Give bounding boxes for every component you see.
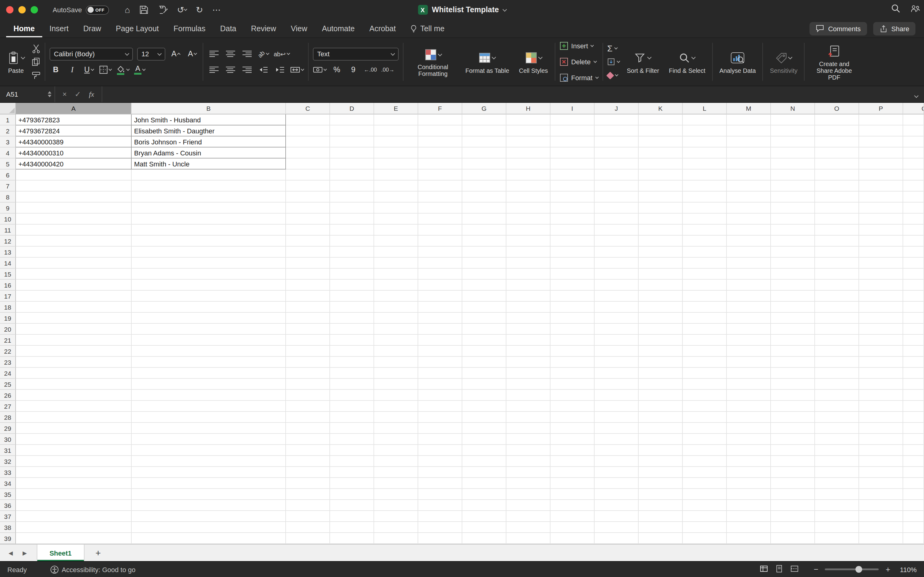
bold-button[interactable]: B <box>50 63 62 76</box>
cell-F36[interactable] <box>418 500 462 511</box>
cell-N5[interactable] <box>771 158 815 169</box>
cell-F22[interactable] <box>418 346 462 357</box>
cell-O33[interactable] <box>815 467 859 478</box>
cell-F12[interactable] <box>418 235 462 247</box>
cell-C20[interactable] <box>286 324 330 335</box>
cell-G19[interactable] <box>462 313 506 324</box>
cell-J16[interactable] <box>594 280 639 291</box>
cell-F4[interactable] <box>418 147 462 158</box>
cell-Q1[interactable] <box>903 114 924 126</box>
cell-L20[interactable] <box>683 324 727 335</box>
cell-G16[interactable] <box>462 280 506 291</box>
cell-C28[interactable] <box>286 412 330 423</box>
cell-G23[interactable] <box>462 357 506 368</box>
tab-data[interactable]: Data <box>213 19 244 37</box>
cell-Q28[interactable] <box>903 412 924 423</box>
cell-styles-button[interactable]: Cell Styles <box>517 49 551 74</box>
cell-H21[interactable] <box>506 335 551 346</box>
cell-H18[interactable] <box>506 301 551 313</box>
cell-F38[interactable] <box>418 522 462 533</box>
cell-C22[interactable] <box>286 346 330 357</box>
cell-G13[interactable] <box>462 247 506 258</box>
cell-L18[interactable] <box>683 301 727 313</box>
cell-H1[interactable] <box>506 114 551 126</box>
cell-P20[interactable] <box>859 324 903 335</box>
row-header-11[interactable]: 11 <box>0 224 16 235</box>
cell-M4[interactable] <box>727 147 771 158</box>
cell-D30[interactable] <box>330 434 374 445</box>
cell-Q32[interactable] <box>903 456 924 467</box>
cell-A13[interactable] <box>16 247 132 258</box>
cell-F15[interactable] <box>418 269 462 280</box>
cell-E10[interactable] <box>374 214 418 224</box>
cell-D34[interactable] <box>330 478 374 489</box>
cell-K25[interactable] <box>639 379 683 390</box>
cell-D1[interactable] <box>330 114 374 126</box>
tab-acrobat[interactable]: Acrobat <box>362 19 403 37</box>
cell-M29[interactable] <box>727 423 771 434</box>
sensitivity-button[interactable]: Sensitivity <box>767 49 800 74</box>
cell-F28[interactable] <box>418 412 462 423</box>
cell-O38[interactable] <box>815 522 859 533</box>
cell-J25[interactable] <box>594 379 639 390</box>
cell-H17[interactable] <box>506 291 551 301</box>
cell-E13[interactable] <box>374 247 418 258</box>
cell-L2[interactable] <box>683 126 727 137</box>
cell-A15[interactable] <box>16 269 132 280</box>
cell-H38[interactable] <box>506 522 551 533</box>
cell-F6[interactable] <box>418 169 462 181</box>
zoom-level[interactable]: 110% <box>897 566 917 573</box>
row-header-13[interactable]: 13 <box>0 247 16 258</box>
cell-L5[interactable] <box>683 158 727 169</box>
cell-D17[interactable] <box>330 291 374 301</box>
cell-K30[interactable] <box>639 434 683 445</box>
cell-I11[interactable] <box>551 224 594 235</box>
cell-P7[interactable] <box>859 181 903 192</box>
cell-K9[interactable] <box>639 203 683 214</box>
cell-K29[interactable] <box>639 423 683 434</box>
conditional-formatting-button[interactable]: Conditional Formatting <box>408 46 458 78</box>
column-header-I[interactable]: I <box>551 103 594 114</box>
cell-D22[interactable] <box>330 346 374 357</box>
cell-E31[interactable] <box>374 445 418 456</box>
cell-B37[interactable] <box>132 511 286 522</box>
cell-P15[interactable] <box>859 269 903 280</box>
name-box[interactable]: A51 <box>0 86 55 102</box>
cell-F39[interactable] <box>418 533 462 544</box>
cell-D32[interactable] <box>330 456 374 467</box>
cell-O30[interactable] <box>815 434 859 445</box>
cell-A24[interactable] <box>16 368 132 379</box>
row-header-39[interactable]: 39 <box>0 533 16 544</box>
cell-Q4[interactable] <box>903 147 924 158</box>
cell-H10[interactable] <box>506 214 551 224</box>
cell-N39[interactable] <box>771 533 815 544</box>
row-header-18[interactable]: 18 <box>0 301 16 313</box>
cell-N36[interactable] <box>771 500 815 511</box>
cell-A10[interactable] <box>16 214 132 224</box>
cell-Q13[interactable] <box>903 247 924 258</box>
row-header-15[interactable]: 15 <box>0 269 16 280</box>
cell-M1[interactable] <box>727 114 771 126</box>
cell-K21[interactable] <box>639 335 683 346</box>
cell-M26[interactable] <box>727 390 771 401</box>
cell-M15[interactable] <box>727 269 771 280</box>
cell-I14[interactable] <box>551 258 594 269</box>
cell-N2[interactable] <box>771 126 815 137</box>
cell-H27[interactable] <box>506 401 551 412</box>
cell-B7[interactable] <box>132 181 286 192</box>
cell-A37[interactable] <box>16 511 132 522</box>
add-sheet-button[interactable]: + <box>95 545 101 561</box>
cell-Q21[interactable] <box>903 335 924 346</box>
cell-B12[interactable] <box>132 235 286 247</box>
cell-G31[interactable] <box>462 445 506 456</box>
increase-decimal-button[interactable]: ←.00 <box>364 63 377 76</box>
cell-C36[interactable] <box>286 500 330 511</box>
cell-A30[interactable] <box>16 434 132 445</box>
cell-L26[interactable] <box>683 390 727 401</box>
cell-E29[interactable] <box>374 423 418 434</box>
cell-G17[interactable] <box>462 291 506 301</box>
cell-I20[interactable] <box>551 324 594 335</box>
cell-C11[interactable] <box>286 224 330 235</box>
sheet-tab-sheet1[interactable]: Sheet1 <box>37 545 84 561</box>
cell-N15[interactable] <box>771 269 815 280</box>
